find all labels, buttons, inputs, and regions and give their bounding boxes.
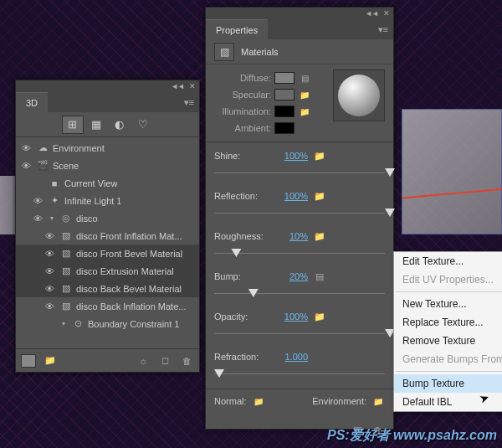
mesh-icon: ◎	[59, 213, 73, 224]
ambient-row: Ambient:	[214, 120, 385, 136]
refraction-label: Refraction:	[214, 352, 266, 362]
tree-material-back-bevel[interactable]: 👁 ▧ disco Back Bevel Material	[16, 280, 199, 297]
tree-material-front-bevel[interactable]: 👁 ▧ disco Front Bevel Material	[16, 245, 199, 262]
material-icon: ▧	[59, 230, 73, 241]
visibility-icon[interactable]: 👁	[43, 266, 56, 276]
collapse-arrows-icon[interactable]: ◄◄	[365, 9, 378, 18]
visibility-icon[interactable]: 👁	[19, 161, 33, 171]
folder-icon[interactable]: 📁	[43, 355, 58, 366]
materials-title: Materials	[241, 47, 279, 57]
light-icon: ✦	[48, 195, 61, 206]
tree-material-extrusion[interactable]: 👁 ▧ disco Extrusion Material	[16, 262, 199, 280]
visibility-icon[interactable]: 👁	[43, 249, 56, 259]
visibility-icon[interactable]: 👁	[43, 231, 56, 241]
panel-menu-icon[interactable]: ▾≡	[184, 97, 194, 108]
reflection-slider[interactable]	[214, 204, 385, 221]
new-icon[interactable]: ◻	[157, 355, 172, 366]
folder-icon[interactable]: 📁	[298, 90, 311, 100]
material-preview[interactable]	[333, 70, 385, 121]
properties-section-header: ▧ Materials	[206, 39, 393, 64]
menu-replace-texture[interactable]: Replace Texture...	[394, 313, 502, 332]
delete-icon[interactable]: 🗑	[179, 356, 194, 366]
panel-3d-tabbar: 3D ▾≡	[16, 92, 199, 112]
panel-props-header[interactable]: ◄◄ ✕	[206, 8, 393, 19]
camera-icon: ■	[48, 178, 61, 188]
folder-icon[interactable]: 📁	[313, 312, 326, 322]
panel-menu-icon[interactable]: ▾≡	[378, 24, 388, 35]
folder-icon[interactable]: 📁	[252, 397, 265, 406]
expand-icon[interactable]: ▾	[59, 320, 68, 327]
bump-context-menu: Edit Texture... Edit UV Properties... Ne…	[393, 251, 502, 412]
opacity-row: Opacity: 100% 📁	[214, 308, 385, 325]
expand-icon[interactable]: ▾	[48, 214, 56, 222]
constraint-icon: ⊙	[71, 318, 85, 329]
visibility-icon[interactable]: 👁	[31, 214, 44, 224]
opacity-label: Opacity:	[214, 312, 266, 322]
visibility-icon[interactable]: 👁	[43, 284, 56, 294]
filter-mesh-button[interactable]: ▦	[85, 116, 107, 134]
bump-value[interactable]: 20%	[271, 271, 308, 281]
menu-edit-texture[interactable]: Edit Texture...	[394, 252, 502, 270]
close-chevron-icon[interactable]: ✕	[189, 82, 196, 90]
collapse-arrows-icon[interactable]: ◄◄	[171, 82, 184, 90]
panel-props-tabbar: Properties ▾≡	[206, 19, 393, 39]
visibility-icon[interactable]: 👁	[31, 196, 44, 206]
texture-picker-icon[interactable]: ▤	[313, 271, 326, 282]
opacity-slider[interactable]	[214, 325, 385, 342]
folder-icon[interactable]: 📁	[313, 191, 326, 202]
panel-3d-footer: 📁 ☼ ◻ 🗑	[16, 348, 199, 372]
opacity-value[interactable]: 100%	[271, 312, 308, 322]
menu-new-texture[interactable]: New Texture...	[394, 295, 502, 313]
tree-label: Boundary Constraint 1	[88, 319, 179, 329]
refraction-value[interactable]: 1.000	[271, 352, 308, 362]
tree-boundary-constraint[interactable]: ▾ ⊙ Boundary Constraint 1	[16, 315, 199, 332]
tree-disco[interactable]: 👁 ▾ ◎ disco	[16, 209, 199, 227]
slider-knob[interactable]	[231, 249, 241, 257]
material-icon: ▧	[59, 248, 73, 259]
folder-icon[interactable]: 📁	[313, 231, 326, 242]
close-chevron-icon[interactable]: ✕	[383, 9, 390, 18]
slider-knob[interactable]	[214, 369, 224, 378]
environment-label: Environment:	[312, 396, 366, 406]
visibility-icon[interactable]: 👁	[19, 143, 33, 153]
reflection-value[interactable]: 100%	[271, 191, 308, 201]
tree-material-back-inflation[interactable]: 👁 ▧ disco Back Inflation Mate...	[16, 297, 199, 315]
3d-object-right	[402, 109, 502, 234]
folder-icon[interactable]: 📁	[298, 107, 311, 116]
tab-3d[interactable]: 3D	[16, 92, 48, 112]
texture-picker-icon[interactable]: ▤	[298, 74, 311, 83]
normal-label: Normal:	[214, 396, 247, 406]
refraction-slider[interactable]	[214, 365, 385, 382]
tree-current-view[interactable]: ■ Current View	[16, 174, 199, 192]
visibility-icon[interactable]: 👁	[43, 301, 56, 312]
footer-swatch[interactable]	[21, 354, 36, 368]
render-icon[interactable]: ☼	[136, 356, 151, 366]
tree-scene[interactable]: 👁 🎬 Scene	[16, 157, 199, 174]
shine-slider[interactable]	[214, 164, 385, 181]
menu-remove-texture[interactable]: Remove Texture	[394, 332, 502, 350]
roughness-slider[interactable]	[214, 245, 385, 261]
tree-material-front-inflation[interactable]: 👁 ▧ disco Front Inflation Mat...	[16, 227, 199, 245]
folder-icon[interactable]: 📁	[371, 397, 385, 406]
materials-icon[interactable]: ▧	[214, 43, 234, 61]
slider-knob[interactable]	[385, 209, 395, 217]
shine-value[interactable]: 100%	[271, 151, 308, 161]
slider-knob[interactable]	[248, 289, 259, 297]
tree-environment[interactable]: 👁 ☁ Environment	[16, 139, 199, 157]
filter-scene-button[interactable]: ⊞	[62, 116, 84, 134]
roughness-label: Roughness:	[214, 231, 266, 241]
slider-knob[interactable]	[385, 168, 395, 177]
tree-infinite-light[interactable]: 👁 ✦ Infinite Light 1	[16, 192, 199, 209]
panel-3d-header[interactable]: ◄◄ ✕	[16, 80, 199, 92]
tab-properties[interactable]: Properties	[206, 19, 268, 39]
ambient-swatch[interactable]	[274, 122, 295, 134]
folder-icon[interactable]: 📁	[313, 151, 326, 162]
filter-material-button[interactable]: ◐	[109, 116, 131, 134]
material-icon: ▧	[59, 265, 73, 276]
roughness-value[interactable]: 10%	[271, 231, 308, 241]
specular-swatch[interactable]	[274, 89, 295, 100]
illumination-swatch[interactable]	[274, 106, 295, 117]
diffuse-swatch[interactable]	[274, 72, 295, 84]
bump-slider[interactable]	[214, 285, 385, 301]
filter-light-button[interactable]: ♡	[132, 116, 154, 134]
